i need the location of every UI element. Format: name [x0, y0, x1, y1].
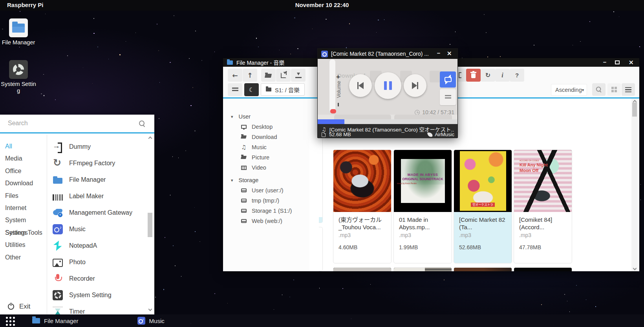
sort-order-dropdown[interactable]: Ascending ▾ — [551, 84, 587, 96]
sidebar-group-user[interactable]: ▾User — [231, 111, 309, 122]
app-item-file-manager[interactable]: File Manager — [47, 172, 146, 188]
star — [639, 46, 640, 47]
music-icon — [53, 224, 63, 234]
list-view-button[interactable] — [622, 83, 635, 96]
app-item-label-maker[interactable]: Label Maker — [47, 188, 146, 205]
category-item-files[interactable]: Files — [0, 190, 47, 202]
sidebar-item-label: Music — [252, 144, 267, 150]
app-item-system-setting[interactable]: System Setting — [47, 287, 146, 303]
sidebar-item-tmp-tmp-[interactable]: tmp (tmp:/) — [240, 195, 309, 206]
category-item-media[interactable]: Media — [0, 152, 47, 164]
sidebar-item-music[interactable]: ♫Music — [240, 142, 309, 152]
grid-view-button[interactable] — [607, 83, 621, 96]
minimize-button[interactable]: – — [437, 49, 440, 56]
sidebar-item-desktop[interactable]: Desktop — [240, 122, 309, 132]
minimize-button[interactable]: – — [603, 58, 606, 65]
music-player-titlebar[interactable]: [Comic Market 82 (Tamaonsen_Coro) ... – … — [318, 49, 457, 59]
volume-slider[interactable] — [329, 59, 335, 112]
monitor-icon — [240, 125, 247, 129]
album-art-text: MADE IN ABYSS — [394, 173, 452, 177]
pause-button[interactable] — [375, 72, 401, 99]
up-button[interactable]: ↑ — [243, 69, 257, 82]
file-card[interactable]: SODSwing Of the DeadTOHO JAZZY VOCAL — [393, 267, 452, 271]
playlist-button[interactable] — [440, 89, 456, 105]
start-menu-button[interactable] — [5, 316, 15, 326]
star — [486, 32, 487, 33]
chevron-down-icon: ▾ — [582, 88, 584, 93]
close-button[interactable]: × — [629, 58, 634, 66]
refresh-button[interactable]: ↻ — [481, 69, 495, 82]
close-button[interactable]: × — [447, 49, 452, 57]
category-item-all[interactable]: All — [0, 140, 47, 152]
album-art-text: 空オーケストラ — [454, 202, 512, 206]
help-button[interactable]: ? — [510, 69, 524, 82]
category-item-utilities[interactable]: Utilities — [0, 239, 47, 251]
search-button[interactable] — [592, 83, 606, 96]
app-item-timer[interactable]: Timer — [47, 303, 146, 314]
breadcrumb[interactable]: S1: / 音樂 — [261, 83, 305, 96]
sidebar-item-user-user-[interactable]: User (user:/) — [240, 185, 309, 195]
app-item-management-gateway[interactable]: Management Gateway — [47, 205, 146, 221]
category-item-internet[interactable]: Internet — [0, 202, 47, 214]
open-folder-button[interactable] — [261, 69, 276, 82]
menu-scrollbar[interactable] — [147, 136, 153, 311]
file-card[interactable]: [ボウノミス] スキマスイッチ×家政夫 — [333, 267, 392, 271]
category-item-system-tools[interactable]: System Tools — [0, 227, 47, 239]
star — [349, 23, 350, 24]
taskbar-item-music[interactable]: Music — [137, 317, 165, 325]
menu-search-row[interactable]: Search — [0, 115, 154, 133]
category-item-system-settings[interactable]: System Settings — [0, 214, 47, 226]
player-body: Download + Volume 10:42 / 57:31 — [318, 59, 457, 115]
exit-button[interactable]: Exit — [8, 303, 30, 311]
file-card[interactable]: (東方ヴォーカル_Touhou Voca....mp34.60MB — [333, 150, 392, 263]
category-item-other[interactable]: Other — [0, 251, 47, 263]
file-card[interactable]: MADE IN ABYSSORIGINAL SOUNDTRACKmusic by… — [393, 150, 452, 263]
volume-slider-handle[interactable] — [330, 109, 336, 113]
scroll-down-icon[interactable] — [148, 307, 152, 311]
sidebar-item-download[interactable]: Download — [240, 132, 309, 142]
sidebar-item-picture[interactable]: Picture — [240, 152, 309, 163]
search-input[interactable]: Search — [8, 120, 28, 127]
sidebar-group-storage[interactable]: ▾Storage — [231, 175, 309, 185]
previous-track-button[interactable] — [349, 74, 372, 97]
app-item-notepada[interactable]: NotepadA — [47, 237, 146, 254]
app-item-recorder[interactable]: Recorder — [47, 270, 146, 287]
dark-mode-toggle[interactable]: ☾ — [244, 83, 259, 96]
menu-button[interactable] — [228, 83, 242, 96]
scroll-down-icon[interactable] — [633, 267, 637, 270]
scrollbar-thumb[interactable] — [632, 102, 637, 117]
back-button[interactable]: ← — [228, 69, 242, 82]
file-extension: .mp3 — [459, 232, 507, 238]
file-card[interactable]: とある科学の超電磁砲A Certain Scientific Railgun — [454, 267, 512, 271]
scroll-up-icon[interactable] — [148, 137, 152, 141]
app-item-photo[interactable]: Photo — [47, 254, 146, 270]
taskbar-item-file-manager[interactable]: File Manager — [32, 318, 79, 324]
category-item-office[interactable]: Office — [0, 165, 47, 177]
repeat-button[interactable] — [440, 71, 456, 88]
scrollbar-thumb[interactable] — [148, 213, 152, 237]
file-grid-scrollbar[interactable] — [631, 99, 638, 271]
delete-button[interactable] — [466, 69, 481, 82]
album-art-text: ORIGINAL SOUNDTRACK — [394, 177, 452, 181]
desktop-icon-system-setting[interactable]: System Setting — [0, 60, 37, 94]
app-item-ffmpeg-factory[interactable]: FFmpeg Factory — [47, 155, 146, 172]
sidebar-item-storage-1-s1-[interactable]: Storage 1 (S1:/) — [240, 206, 309, 216]
next-track-button[interactable] — [404, 74, 426, 97]
star — [640, 184, 641, 185]
file-card[interactable] — [514, 267, 572, 271]
file-card[interactable]: ACCORD ON CODESKill Any NightMoon Off[Co… — [514, 150, 572, 263]
open-external-button[interactable] — [276, 69, 291, 82]
info-button[interactable]: i — [495, 69, 510, 82]
app-item-dummy[interactable]: Dummy — [47, 139, 146, 155]
desktop-icon-file-manager[interactable]: File Manager — [0, 18, 37, 46]
sidebar-item-video[interactable]: Video — [240, 163, 309, 173]
seek-bar[interactable] — [318, 119, 457, 124]
moon-icon: ☾ — [249, 86, 254, 93]
category-item-download[interactable]: Download — [0, 177, 47, 189]
sidebar-item-web-web-[interactable]: Web (web:/) — [240, 216, 309, 226]
file-size: 52.68 MB — [329, 132, 351, 137]
app-item-music[interactable]: Music — [47, 221, 146, 237]
file-card[interactable]: 空オーケストラ[Comic Market 82(Ta....mp352.68MB — [454, 150, 512, 263]
maximize-button[interactable] — [615, 60, 620, 64]
download-button[interactable] — [291, 69, 306, 82]
